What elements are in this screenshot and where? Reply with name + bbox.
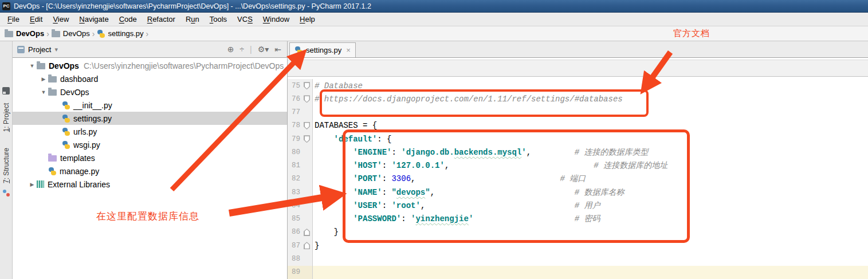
code-line-78[interactable]: 78DATABASES = {: [288, 119, 868, 132]
tree-item-settings-py[interactable]: settings.py: [13, 112, 287, 125]
collapsed-arrow-icon[interactable]: ▶: [28, 182, 37, 187]
title-bar[interactable]: PC DevOps - [C:\Users\yinzhengjie\softwa…: [0, 0, 868, 13]
tree-item-dashboard[interactable]: ▶dashboard: [13, 72, 287, 85]
expanded-arrow-icon[interactable]: ▼: [39, 89, 48, 95]
code-line-83[interactable]: 83 'NAME': "devops", # 数据库名称: [288, 186, 868, 199]
menu-help[interactable]: Help: [294, 15, 320, 23]
tree-item-label: dashboard: [60, 74, 98, 84]
line-number: 81: [288, 159, 301, 172]
breadcrumb-devops[interactable]: DevOps: [5, 29, 44, 38]
editor: settings.py × 75# Database76# https://do…: [288, 41, 868, 279]
line-number: 83: [288, 186, 301, 199]
fold-marker-icon[interactable]: [304, 122, 310, 129]
folder-icon: [52, 31, 60, 37]
code-line-86[interactable]: 86 }: [288, 226, 868, 239]
code-line-76[interactable]: 76# https://docs.djangoproject.com/en/1.…: [288, 92, 868, 105]
menu-bar: FileEditViewNavigateCodeRefactorRunTools…: [0, 13, 868, 26]
menu-tools[interactable]: Tools: [205, 15, 232, 23]
gear-icon[interactable]: ⚙▾: [258, 45, 269, 54]
collapse-all-icon[interactable]: ÷: [239, 45, 244, 54]
menu-file[interactable]: File: [2, 15, 25, 23]
project-view-icon: [17, 46, 25, 53]
tree-item-wsgi-py[interactable]: wsgi.py: [13, 138, 287, 151]
project-tool-window-icon[interactable]: [2, 87, 10, 95]
pycharm-window: PC DevOps - [C:\Users\yinzhengjie\softwa…: [0, 0, 868, 279]
code-line-82[interactable]: 82 'PORT': 3306, # 端口: [288, 172, 868, 186]
collapsed-arrow-icon[interactable]: ▶: [39, 76, 48, 82]
tree-item--init-py[interactable]: __init__.py: [13, 99, 287, 112]
fold-marker-icon[interactable]: [304, 135, 310, 143]
python-file-icon: [294, 46, 303, 54]
fold-marker-icon[interactable]: [304, 82, 310, 89]
chevron-down-icon[interactable]: ▾: [54, 46, 58, 53]
code-line-85[interactable]: 85 'PASSWORD': 'yinzhengjie' # 密码: [288, 213, 868, 226]
code-line-89[interactable]: 89: [288, 266, 868, 279]
code-line-77[interactable]: 77: [288, 106, 868, 119]
tree-item-external-libraries[interactable]: ▶External Libraries: [13, 178, 287, 191]
menu-edit[interactable]: Edit: [25, 15, 48, 23]
code-line-75[interactable]: 75# Database: [288, 79, 868, 92]
python-file-icon: [62, 128, 70, 136]
menu-view[interactable]: View: [48, 15, 74, 23]
pycharm-logo-icon: PC: [2, 2, 10, 10]
tree-item-label: manage.py: [60, 167, 99, 176]
python-file-icon: [62, 101, 70, 109]
expanded-arrow-icon[interactable]: ▼: [28, 63, 37, 69]
tab-label: settings.py: [306, 46, 341, 54]
code-line-88[interactable]: 88: [288, 252, 868, 265]
code-line-80[interactable]: 80 'ENGINE': 'django.db.backends.mysql',…: [288, 146, 868, 159]
code-line-87[interactable]: 87}: [288, 239, 868, 252]
project-panel-title[interactable]: Project: [28, 45, 51, 54]
breadcrumb-devops[interactable]: DevOps: [52, 29, 90, 38]
tab-close-icon[interactable]: ×: [346, 46, 351, 54]
tree-item-urls-py[interactable]: urls.py: [13, 125, 287, 138]
code-line-81[interactable]: 81 'HOST': '127.0.0.1', # 连接数据库的地址: [288, 159, 868, 172]
menu-refactor[interactable]: Refactor: [142, 15, 180, 23]
tree-item-manage-py[interactable]: manage.py: [13, 164, 287, 178]
tree-item-templates[interactable]: templates: [13, 151, 287, 164]
python-file-icon: [62, 141, 70, 149]
code-text: # https://docs.djangoproject.com/en/1.11…: [313, 95, 623, 104]
python-file-icon: [62, 115, 70, 123]
tool-window-button-project[interactable]: 1: Project: [2, 103, 10, 132]
chevron-right-icon: ›: [146, 29, 149, 38]
menu-window[interactable]: Window: [258, 15, 294, 23]
structure-tool-window-icon[interactable]: [2, 189, 10, 197]
tab-settings-py[interactable]: settings.py ×: [289, 42, 356, 57]
tree-item-label: urls.py: [73, 127, 97, 136]
menu-run[interactable]: Run: [180, 15, 205, 23]
code-area[interactable]: 75# Database76# https://docs.djangoproje…: [288, 79, 868, 279]
tree-item-label: DevOps: [60, 88, 89, 97]
menu-vcs[interactable]: VCS: [232, 15, 258, 23]
folder-icon: [48, 155, 57, 162]
line-number: 80: [288, 146, 301, 159]
project-panel-header: Project ▾ ⊕÷|⚙▾⇤: [13, 41, 287, 58]
locate-icon[interactable]: ⊕: [227, 45, 234, 54]
code-line-79[interactable]: 79 'default': {: [288, 132, 868, 146]
code-line-84[interactable]: 84 'USER': 'root', # 用户: [288, 199, 868, 212]
menu-code[interactable]: Code: [114, 15, 142, 23]
navigation-bar: DevOps›DevOps›settings.py›: [0, 26, 868, 41]
breadcrumb-settings-py[interactable]: settings.py: [97, 29, 143, 38]
project-panel-toolbar: ⊕÷|⚙▾⇤: [227, 45, 281, 54]
tree-item-devops[interactable]: ▼DevOps: [13, 85, 287, 99]
line-number: 77: [288, 106, 301, 119]
hide-panel-icon[interactable]: ⇤: [274, 45, 281, 54]
line-number: 82: [288, 172, 301, 186]
fold-marker-icon[interactable]: [304, 242, 310, 249]
menu-navigate[interactable]: Navigate: [74, 15, 113, 23]
line-number: 87: [288, 239, 301, 252]
fold-marker-icon[interactable]: [304, 229, 310, 236]
tree-item-devops[interactable]: ▼DevOpsC:\Users\yinzhengjie\softwares\Py…: [13, 59, 287, 72]
fold-marker-icon[interactable]: [304, 95, 310, 103]
python-icon: [97, 30, 105, 38]
folder-icon: [48, 76, 57, 82]
tree-item-label: templates: [60, 154, 95, 163]
tool-window-button-structure[interactable]: 7: Structure: [2, 148, 10, 183]
tool-window-bar: 1: Project 7: Structure: [0, 41, 13, 279]
code-text: 'HOST': '127.0.0.1', # 连接数据库的地址: [313, 160, 667, 171]
line-number: 88: [288, 252, 301, 265]
libraries-icon: [37, 180, 44, 188]
code-text: }: [313, 227, 339, 237]
project-root-path: C:\Users\yinzhengjie\softwares\PycharmPr…: [84, 61, 284, 70]
